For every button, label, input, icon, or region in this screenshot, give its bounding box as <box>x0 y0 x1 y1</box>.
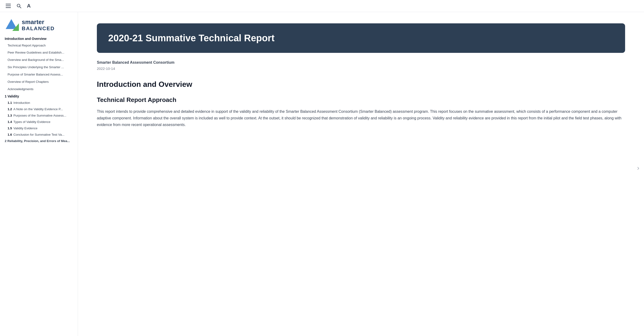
sidebar-item-1-1-label: Introduction <box>14 101 30 105</box>
consortium-name: Smarter Balanced Assessment Consortium <box>97 60 625 65</box>
sidebar-item-1-3[interactable]: 1.3 Purposes of the Summative Assess... <box>0 112 78 119</box>
sidebar-item-1-6-label: Conclusion for Summative Test Va... <box>14 133 64 136</box>
sidebar-item-1-2[interactable]: 1.2 A Note on the Validity Evidence P... <box>0 106 78 112</box>
sidebar-item-1-5-num: 1.5 <box>8 127 12 130</box>
sidebar-item-1-2-num: 1.2 <box>8 107 12 111</box>
report-meta: Smarter Balanced Assessment Consortium 2… <box>97 60 625 71</box>
sidebar: smarter BALANCED Introduction and Overvi… <box>0 12 78 336</box>
sidebar-item-1-2-label: A Note on the Validity Evidence P... <box>14 107 63 111</box>
sidebar-item-reliability-label: Reliability, Precision, and Errors of Me… <box>7 139 70 143</box>
svg-rect-1 <box>6 6 11 6</box>
section-approach-heading: Technical Report Approach <box>97 96 625 104</box>
content-area: 2020-21 Summative Technical Report Smart… <box>78 12 644 336</box>
sidebar-item-peer-review[interactable]: Peer Review Guidelines and Establish... <box>0 49 78 56</box>
logo-line2: BALANCED <box>22 25 54 32</box>
svg-line-4 <box>20 6 21 8</box>
sidebar-item-1-5-label: Validity Evidence <box>14 127 38 130</box>
sidebar-item-six-principles[interactable]: Six Principles Underlying the Smarter ..… <box>0 64 78 71</box>
sidebar-intro-header[interactable]: Introduction and Overview <box>0 35 78 42</box>
svg-rect-2 <box>6 7 11 8</box>
logo-text-block: smarter BALANCED <box>22 19 54 32</box>
sidebar-item-purpose[interactable]: Purpose of Smarter Balanced Assess... <box>0 71 78 78</box>
sidebar-item-1-5[interactable]: 1.5 Validity Evidence <box>0 125 78 131</box>
logo: smarter BALANCED <box>0 17 78 35</box>
sidebar-item-1-4[interactable]: 1.4 Types of Validity Evidence <box>0 119 78 125</box>
sidebar-item-overview-chapters[interactable]: Overview of Report Chapters <box>0 78 78 86</box>
sidebar-item-reliability-num: 2 <box>5 139 7 143</box>
report-date: 2022-10-14 <box>97 67 625 71</box>
sidebar-item-1-6[interactable]: 1.6 Conclusion for Summative Test Va... <box>0 131 78 138</box>
report-header-card: 2020-21 Summative Technical Report <box>97 23 625 53</box>
sidebar-item-1-1-num: 1.1 <box>8 101 12 105</box>
sidebar-item-technical-report[interactable]: Technical Report Approach <box>0 42 78 49</box>
sidebar-item-reliability[interactable]: 2 Reliability, Precision, and Errors of … <box>0 138 78 144</box>
content-section: Introduction and Overview Technical Repo… <box>97 80 625 128</box>
sidebar-item-acknowledgments[interactable]: Acknowledgments <box>0 86 78 93</box>
sidebar-item-1-3-num: 1.3 <box>8 114 12 117</box>
sidebar-item-1-3-label: Purposes of the Summative Assess... <box>14 114 66 117</box>
sidebar-item-overview-background[interactable]: Overview and Background of the Sma... <box>0 56 78 64</box>
sidebar-item-1-1[interactable]: 1.1 Introduction <box>0 100 78 106</box>
approach-body-text: This report intends to provide comprehen… <box>97 108 625 128</box>
menu-icon[interactable] <box>6 4 11 8</box>
triangle-green-icon <box>12 23 19 31</box>
toolbar: A <box>0 0 644 12</box>
sidebar-item-1-4-num: 1.4 <box>8 120 12 124</box>
sidebar-item-1-4-label: Types of Validity Evidence <box>14 120 50 124</box>
search-icon[interactable] <box>16 3 21 8</box>
report-title: 2020-21 Summative Technical Report <box>108 33 614 43</box>
logo-triangles <box>5 19 19 31</box>
logo-line1: smarter <box>22 19 54 25</box>
sidebar-validity-header: 1 Validity <box>0 93 78 100</box>
next-page-arrow[interactable]: › <box>637 164 639 172</box>
svg-rect-0 <box>6 4 11 4</box>
sidebar-item-1-6-num: 1.6 <box>8 133 12 136</box>
main-layout: smarter BALANCED Introduction and Overvi… <box>0 12 644 336</box>
font-size-icon[interactable]: A <box>27 3 31 9</box>
section-intro-heading: Introduction and Overview <box>97 80 625 89</box>
